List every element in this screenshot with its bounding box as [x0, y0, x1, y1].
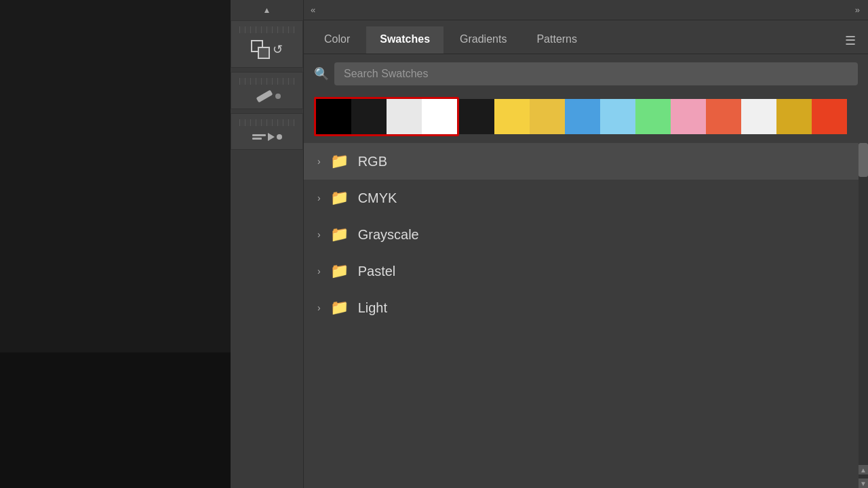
- mixer-icon[interactable]: [252, 133, 282, 141]
- swatch-yellow2[interactable]: [530, 99, 565, 134]
- folder-chevron-rgb: ›: [317, 156, 321, 167]
- swatch-white1[interactable]: [387, 99, 422, 134]
- folder-name-light: Light: [358, 300, 387, 316]
- swatch-blue2[interactable]: [600, 99, 635, 134]
- tab-bar: Color Swatches Gradients Patterns ☰: [304, 20, 868, 54]
- tab-color[interactable]: Color: [311, 26, 363, 54]
- folder-icon-rgb: 📁: [330, 152, 349, 170]
- nav-arrows-left[interactable]: «: [311, 5, 317, 15]
- canvas-black: [0, 352, 231, 488]
- canvas-dark: [0, 0, 231, 352]
- main-panel: « » Color Swatches Gradients Patterns ☰ …: [304, 0, 868, 488]
- folder-icon-grayscale: 📁: [330, 226, 349, 243]
- brush-tip: [275, 94, 281, 99]
- scrollbar-down-button[interactable]: ▼: [859, 479, 868, 488]
- swatch-dark[interactable]: [459, 99, 494, 134]
- swatches-row: [304, 94, 868, 143]
- swatch-yellow1[interactable]: [494, 99, 530, 134]
- square-stack-icon[interactable]: [251, 40, 270, 59]
- sidebar-collapse-button[interactable]: ▲: [231, 0, 303, 20]
- folder-item-pastel[interactable]: › 📁 Pastel: [304, 253, 868, 289]
- mixer-line-2: [252, 138, 262, 140]
- folder-item-cmyk[interactable]: › 📁 CMYK: [304, 180, 868, 216]
- top-nav: « »: [304, 0, 868, 20]
- folder-name-rgb: RGB: [358, 154, 387, 169]
- folder-name-grayscale: Grayscale: [358, 227, 419, 243]
- folder-icon-pastel: 📁: [330, 262, 349, 280]
- ruler-top: [239, 26, 294, 33]
- folder-name-cmyk: CMYK: [358, 190, 397, 206]
- icon-row-mixer: [252, 133, 282, 141]
- swatch-orange-red[interactable]: [706, 99, 741, 134]
- swatch-black2[interactable]: [351, 99, 387, 134]
- nav-arrows-right[interactable]: »: [855, 5, 861, 15]
- mixer-lines: [252, 134, 266, 140]
- sidebar-section-bottom: [231, 113, 303, 150]
- swatch-near-white[interactable]: [741, 99, 776, 134]
- ruler-mid: [239, 78, 294, 85]
- folder-chevron-grayscale: ›: [317, 229, 321, 240]
- scrollbar-up-button[interactable]: ▲: [859, 465, 868, 474]
- folder-chevron-light: ›: [317, 302, 321, 313]
- swatch-dark-yellow[interactable]: [776, 99, 812, 134]
- swatch-green[interactable]: [635, 99, 671, 134]
- search-input[interactable]: [334, 62, 858, 85]
- tab-patterns[interactable]: Patterns: [523, 26, 591, 54]
- search-bar: 🔍: [304, 54, 868, 94]
- folder-chevron-pastel: ›: [317, 266, 321, 277]
- folder-item-light[interactable]: › 📁 Light: [304, 289, 868, 326]
- folder-name-pastel: Pastel: [358, 264, 396, 279]
- folder-chevron-cmyk: ›: [317, 192, 321, 203]
- square-front: [258, 47, 270, 59]
- folder-list: › 📁 RGB › 📁 CMYK › 📁 Grayscale › 📁 Paste…: [304, 143, 868, 488]
- swatch-black1[interactable]: [316, 99, 351, 134]
- panel-menu-button[interactable]: ☰: [840, 28, 861, 54]
- swatch-white2[interactable]: [422, 99, 457, 134]
- sidebar: ▲ ↺: [231, 0, 304, 488]
- ruler-bottom: [239, 119, 294, 126]
- sidebar-section-mid: [231, 72, 303, 109]
- mixer-dot: [277, 134, 282, 140]
- sidebar-section-top: ↺: [231, 20, 303, 68]
- rotate-icon[interactable]: ↺: [273, 42, 283, 57]
- folder-icon-light: 📁: [330, 299, 349, 317]
- icon-row-list-brush: [254, 92, 281, 100]
- collapse-icon: ▲: [263, 5, 271, 15]
- folder-item-grayscale[interactable]: › 📁 Grayscale: [304, 216, 868, 253]
- swatch-blue1[interactable]: [565, 99, 600, 134]
- search-icon: 🔍: [314, 66, 329, 81]
- mixer-arrow: [268, 133, 275, 141]
- canvas-area: [0, 0, 231, 488]
- scrollbar[interactable]: ▲ ▼: [859, 143, 868, 488]
- scrollbar-thumb[interactable]: [859, 143, 868, 177]
- brush-icon[interactable]: [256, 94, 281, 99]
- swatch-red-orange[interactable]: [812, 99, 847, 134]
- tab-swatches[interactable]: Swatches: [366, 26, 443, 54]
- folder-item-rgb[interactable]: › 📁 RGB: [304, 143, 868, 180]
- brush-body: [256, 89, 273, 102]
- folder-icon-cmyk: 📁: [330, 189, 349, 207]
- tab-gradients[interactable]: Gradients: [446, 26, 520, 54]
- swatch-pink[interactable]: [671, 99, 706, 134]
- icon-row-squares: ↺: [251, 40, 283, 59]
- swatch-selected-group: [314, 97, 459, 136]
- mixer-line-1: [252, 134, 266, 136]
